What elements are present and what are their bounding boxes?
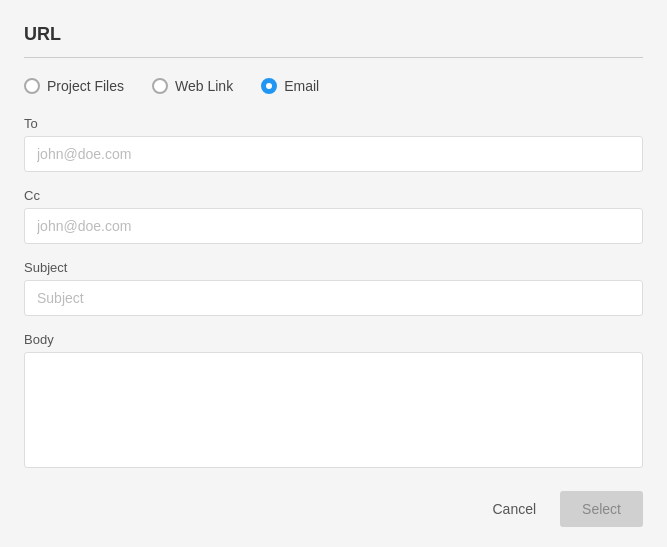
to-input[interactable]	[24, 136, 643, 172]
radio-web-link[interactable]	[152, 78, 168, 94]
title-divider	[24, 57, 643, 58]
radio-option-email[interactable]: Email	[261, 78, 319, 94]
to-field-group: To	[24, 116, 643, 172]
url-type-radio-group: Project Files Web Link Email	[24, 78, 643, 94]
radio-project-files[interactable]	[24, 78, 40, 94]
body-textarea[interactable]	[24, 352, 643, 468]
select-button[interactable]: Select	[560, 491, 643, 527]
cancel-button[interactable]: Cancel	[478, 493, 550, 525]
cc-label: Cc	[24, 188, 643, 203]
url-dialog: URL Project Files Web Link Email To Cc S…	[0, 0, 667, 547]
cc-input[interactable]	[24, 208, 643, 244]
radio-label-email: Email	[284, 78, 319, 94]
radio-label-web-link: Web Link	[175, 78, 233, 94]
subject-label: Subject	[24, 260, 643, 275]
radio-label-project-files: Project Files	[47, 78, 124, 94]
dialog-title: URL	[24, 24, 643, 45]
body-field-group: Body	[24, 332, 643, 472]
subject-input[interactable]	[24, 280, 643, 316]
to-label: To	[24, 116, 643, 131]
subject-field-group: Subject	[24, 260, 643, 316]
dialog-footer: Cancel Select	[478, 491, 643, 527]
radio-email[interactable]	[261, 78, 277, 94]
cc-field-group: Cc	[24, 188, 643, 244]
radio-option-web-link[interactable]: Web Link	[152, 78, 233, 94]
radio-option-project-files[interactable]: Project Files	[24, 78, 124, 94]
body-label: Body	[24, 332, 643, 347]
